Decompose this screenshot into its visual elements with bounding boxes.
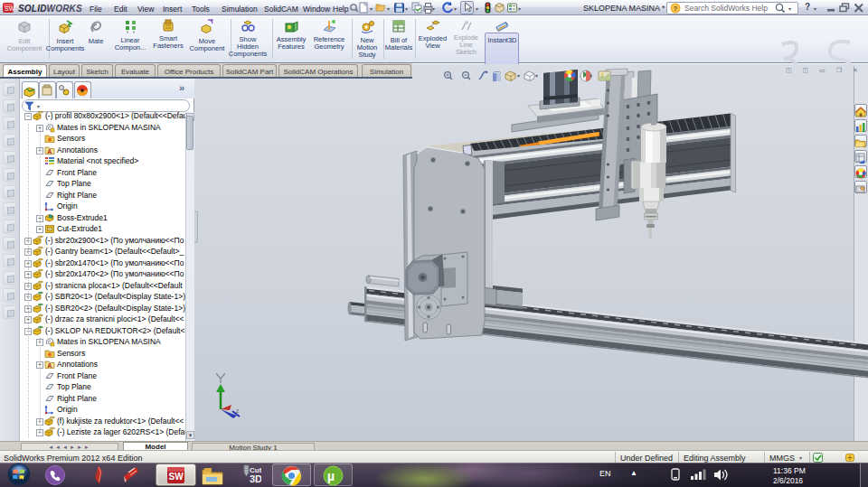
- svg-text:z: z: [236, 407, 240, 414]
- svg-text:A: A: [47, 148, 52, 155]
- svg-text:SW: SW: [5, 5, 15, 12]
- svg-text:µ: µ: [327, 469, 335, 483]
- svg-text:?: ?: [674, 5, 678, 13]
- svg-text:SW: SW: [169, 472, 184, 482]
- svg-text:A: A: [47, 362, 52, 369]
- svg-text:3D: 3D: [250, 473, 261, 484]
